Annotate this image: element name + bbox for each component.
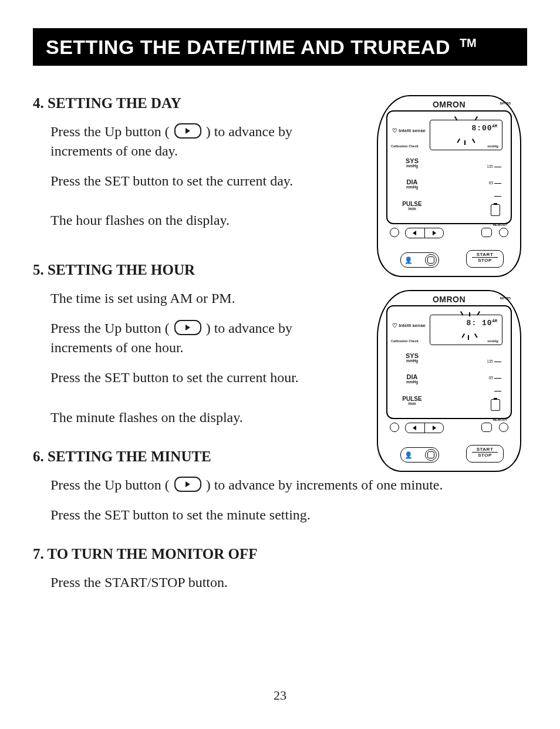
intellisense-label: ♡ Intelli sense: [392, 128, 426, 133]
step5-p1: Press the Up button ( ) to advance by in…: [50, 319, 309, 357]
device-illustration-day: OMRON BP785 ♡ Intelli sense Calibration …: [377, 95, 521, 277]
battery-icon: [491, 204, 500, 216]
arrow-buttons-icon: [405, 228, 444, 238]
memory-button-icon: [481, 228, 492, 237]
start-stop-button-icon: START STOP: [466, 250, 504, 268]
device-screen: ♡ Intelli sense Calibration Check 8:00AM…: [386, 110, 512, 224]
step5-p3: The minute flashes on the display.: [50, 408, 309, 427]
device-illustration-hour: OMRON BP785 ♡ Intelli sense Calibration …: [377, 290, 521, 472]
page-title-banner: SETTING THE DATE/TIME AND TRUREAD TM: [33, 28, 527, 66]
calibration-label: Calibration Check: [391, 144, 419, 148]
step5-p2: Press the SET button to set the current …: [50, 368, 309, 387]
device-brand: OMRON: [433, 100, 465, 109]
step5-p0: The time is set using AM or PM.: [50, 289, 309, 308]
memory-label: MEMORY: [492, 223, 507, 227]
up-button-icon: [174, 320, 201, 335]
device-illustrations: OMRON BP785 ♡ Intelli sense Calibration …: [377, 95, 521, 485]
user-select-switch-icon: 👤: [400, 252, 439, 268]
user-button-icon: [499, 228, 508, 237]
up-button-icon: [174, 477, 201, 492]
trademark: TM: [460, 36, 477, 49]
time-display: 8:00AM mmHg: [430, 120, 502, 150]
pulse-label: PULSE/min: [402, 201, 421, 211]
sys-label: SYSmmHg: [406, 157, 419, 168]
step7-p1: Press the START/STOP button.: [50, 573, 497, 592]
step4-p2: Press the SET button to set the current …: [50, 171, 309, 191]
step4-p3: The hour flashes on the display.: [50, 211, 309, 230]
step4-p1: Press the Up button ( ) to advance by in…: [50, 122, 309, 161]
set-button-icon: [390, 228, 399, 237]
step6-p2: Press the SET button to set the minute s…: [50, 505, 497, 525]
page-title-text: SETTING THE DATE/TIME AND TRUREAD: [46, 36, 450, 58]
section-turn-off: 7. TO TURN THE MONITOR OFF Press the STA…: [33, 546, 527, 592]
device-model: BP785: [500, 102, 511, 105]
up-button-icon: [174, 123, 201, 139]
dia-label: DIAmmHg: [406, 178, 418, 189]
page-number: 23: [0, 688, 560, 703]
heading-turn-off: 7. TO TURN THE MONITOR OFF: [33, 546, 527, 562]
